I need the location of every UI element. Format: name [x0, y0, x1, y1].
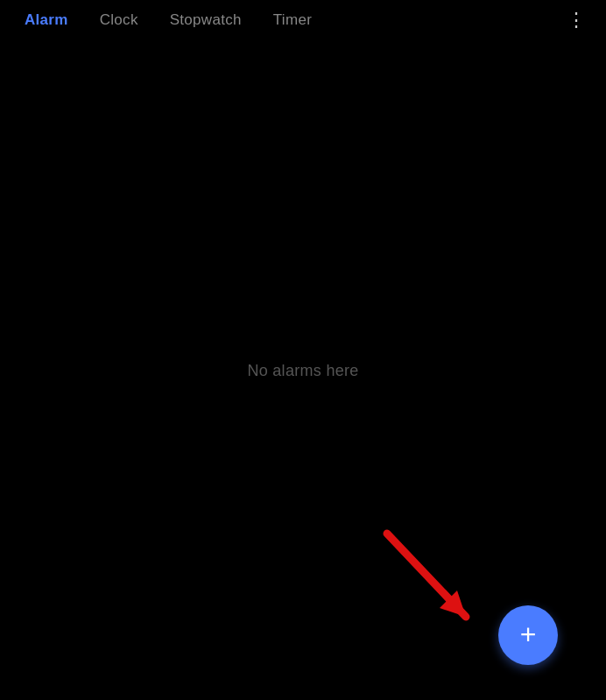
- add-icon: +: [520, 620, 537, 648]
- arrow-annotation: [378, 525, 492, 639]
- tab-timer[interactable]: Timer: [257, 0, 328, 40]
- tab-stopwatch[interactable]: Stopwatch: [154, 0, 257, 40]
- nav-bar: Alarm Clock Stopwatch Timer ⋮: [0, 0, 606, 40]
- tab-alarm[interactable]: Alarm: [9, 0, 84, 40]
- tab-clock[interactable]: Clock: [84, 0, 154, 40]
- empty-alarm-message: No alarms here: [247, 361, 358, 379]
- svg-marker-1: [440, 590, 466, 617]
- add-alarm-button[interactable]: +: [498, 605, 558, 665]
- more-options-icon[interactable]: ⋮: [556, 0, 597, 40]
- svg-line-0: [387, 534, 466, 617]
- main-content: No alarms here +: [0, 40, 606, 700]
